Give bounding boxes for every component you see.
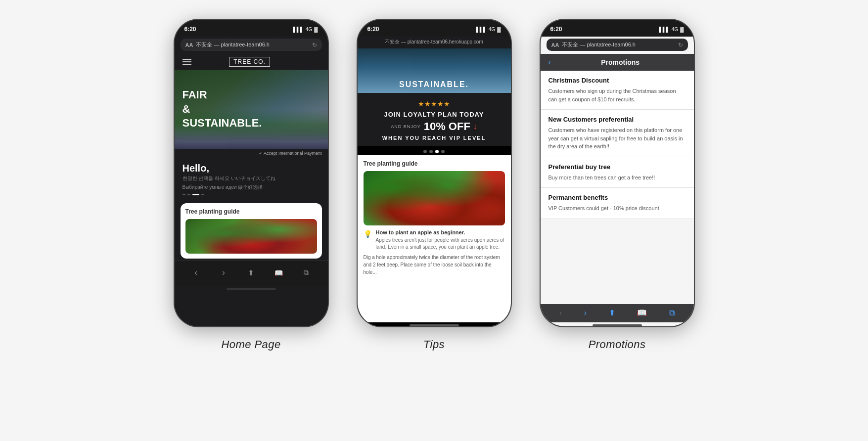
tips-url-text: 不安全 — plantatree-team06.herokuapp.com (364, 39, 505, 45)
home-label: Home Page (221, 338, 280, 351)
percent-off-text: 10% OFF (424, 120, 470, 133)
tips-guide-card: Tree planting guide 💡 How to plant an ap… (358, 155, 511, 322)
home-aa-text: AA (185, 42, 193, 48)
forward-nav-button[interactable]: › (216, 265, 231, 281)
promo-item-3-desc: VIP Customers could get - 10% price disc… (548, 204, 686, 213)
promo-item-3[interactable]: Permanent benefits VIP Customers could g… (541, 188, 694, 219)
promo-back-nav-button[interactable]: ‹ (559, 309, 562, 317)
home-screen-content: AA 不安全 — plantatree-team06.h ↻ TREE CO. … (175, 37, 328, 326)
hero-dots (183, 192, 320, 197)
home-notch (219, 20, 283, 33)
tips-hero-sustainable: SUSTAINABLE. (358, 48, 511, 93)
multilang-2: Выбирайте умные идеи 做个好选择 (183, 183, 320, 192)
tips-network-icon: 4G (489, 27, 495, 32)
tips-label: Tips (423, 338, 445, 351)
tips-notch (402, 20, 466, 33)
home-nav: TREE CO. (175, 54, 328, 70)
promo-screen-content: AA 不安全 — plantatree-team06.h ↻ ‹ Promoti… (541, 37, 694, 326)
home-bottom-bar: ‹ › ⬆ 📖 ⧉ (175, 261, 328, 286)
home-status-icons: ▌▌▌ 4G ▓ (293, 27, 318, 32)
home-battery-icon: ▓ (314, 27, 318, 32)
cdot-1 (423, 150, 427, 153)
tips-screen-content: 不安全 — plantatree-team06.herokuapp.com SU… (358, 37, 511, 326)
plant-tip-content: How to plant an apple as beginner. Apple… (376, 229, 505, 251)
multilang-1: 현명한 선택을 하세요 いいチョイスしてね (183, 174, 320, 183)
hello-text: Hello, (183, 163, 320, 174)
promo-item-2[interactable]: Preferential buy tree Buy more than ten … (541, 157, 694, 188)
promo-item-2-title: Preferential buy tree (548, 163, 686, 171)
home-phone-frame: 6:20 ▌▌▌ 4G ▓ AA 不安全 — plantatree-team06… (175, 20, 328, 326)
home-phone-section: 6:20 ▌▌▌ 4G ▓ AA 不安全 — plantatree-team06… (175, 20, 328, 351)
home-signal-icon: ▌▌▌ (293, 27, 304, 32)
tabs-button[interactable]: ⧉ (298, 265, 314, 281)
promo-bookmarks-button[interactable]: 📖 (637, 308, 647, 317)
promo-item-0[interactable]: Christmas Discount Customers who sign up… (541, 71, 694, 110)
tips-guide-title: Tree planting guide (364, 160, 505, 167)
home-guide-card: Tree planting guide (181, 203, 322, 259)
promo-aa-text: AA (551, 42, 559, 48)
tips-signal-icon: ▌▌▌ (476, 27, 487, 32)
promo-nav-bar: ‹ Promotions (541, 54, 694, 71)
cdot-4 (441, 150, 445, 153)
enjoy-row: AND ENJOY 10% OFF ↓ (365, 120, 503, 133)
stars-rating: ★★★★★ (365, 100, 503, 108)
promo-address-bar[interactable]: AA 不安全 — plantatree-team06.h ↻ (547, 39, 688, 51)
plant-step-text: Dig a hole approximately twice the diame… (364, 254, 505, 276)
dot-4 (201, 194, 204, 195)
promo-url-text: 不安全 — plantatree-team06.h (562, 41, 675, 48)
accept-payment-text: Accept International Payment (175, 149, 328, 158)
promo-list: Christmas Discount Customers who sign up… (541, 71, 694, 304)
tips-url-bar[interactable]: 不安全 — plantatree-team06.herokuapp.com (358, 37, 511, 48)
promo-refresh-icon[interactable]: ↻ (678, 42, 683, 48)
promo-title: Promotions (555, 58, 686, 66)
promo-network-icon: 4G (672, 27, 678, 32)
dot-1 (183, 194, 185, 195)
hamburger-icon[interactable] (183, 59, 191, 65)
bookmarks-button[interactable]: 📖 (271, 265, 286, 281)
tips-battery-icon: ▓ (497, 27, 501, 32)
promo-battery-icon: ▓ (680, 27, 684, 32)
carousel-dots (358, 146, 511, 155)
tips-screen: 不安全 — plantatree-team06.herokuapp.com SU… (358, 37, 511, 326)
apple-leaves-overlay (185, 219, 317, 254)
cdot-2 (429, 150, 433, 153)
plant-tip-title: How to plant an apple as beginner. (376, 229, 505, 235)
home-guide-image (185, 219, 317, 254)
bulb-icon: 💡 (364, 230, 372, 238)
home-indicator (227, 288, 276, 290)
promo-home-indicator (593, 324, 642, 326)
promo-screen: AA 不安全 — plantatree-team06.h ↻ ‹ Promoti… (541, 37, 694, 326)
promo-item-1[interactable]: New Customers preferential Customers who… (541, 110, 694, 157)
tips-status-time: 6:20 (367, 26, 379, 33)
promo-status-time: 6:20 (550, 26, 562, 33)
home-url-text: 不安全 — plantatree-team06.h (196, 41, 309, 48)
tips-phone-frame: 6:20 ▌▌▌ 4G ▓ 不安全 — plantatree-team06.he… (358, 20, 511, 326)
dot-2 (187, 194, 190, 195)
and-enjoy-label: AND ENJOY (391, 124, 421, 129)
home-refresh-icon[interactable]: ↻ (312, 42, 317, 48)
hero-main-text: FAIR&SUSTAINABLE. (183, 88, 262, 131)
promo-back-button[interactable]: ‹ (548, 58, 551, 67)
promo-forward-nav-button[interactable]: › (584, 309, 587, 317)
promo-tabs-button[interactable]: ⧉ (669, 309, 675, 317)
promo-item-0-desc: Customers who sign up during the Christm… (548, 87, 686, 103)
back-nav-button[interactable]: ‹ (188, 265, 204, 281)
promo-signal-icon: ▌▌▌ (659, 27, 670, 32)
tips-guide-image (364, 171, 505, 225)
home-screen: AA 不安全 — plantatree-team06.h ↻ TREE CO. … (175, 37, 328, 326)
tips-status-icons: ▌▌▌ 4G ▓ (476, 27, 501, 32)
tips-home-indicator (410, 324, 459, 326)
home-address-bar[interactable]: AA 不安全 — plantatree-team06.h ↻ (181, 39, 322, 51)
promo-status-icons: ▌▌▌ 4G ▓ (659, 27, 684, 32)
home-hero-image: FAIR&SUSTAINABLE. (175, 70, 328, 149)
promo-share-button[interactable]: ⬆ (609, 308, 615, 317)
home-status-time: 6:20 (184, 26, 196, 33)
arrow-down-icon: ↓ (473, 122, 477, 131)
logo-text: TREE CO. (229, 57, 270, 67)
join-text: JOIN LOYALTY PLAN TODAY (365, 111, 503, 118)
share-button[interactable]: ⬆ (243, 265, 259, 281)
vip-text: WHEN YOU REACH VIP LEVEL (365, 135, 503, 141)
home-guide-title: Tree planting guide (185, 208, 317, 215)
loyalty-section: ★★★★★ JOIN LOYALTY PLAN TODAY AND ENJOY … (358, 93, 511, 146)
cdot-3-active (435, 150, 439, 153)
